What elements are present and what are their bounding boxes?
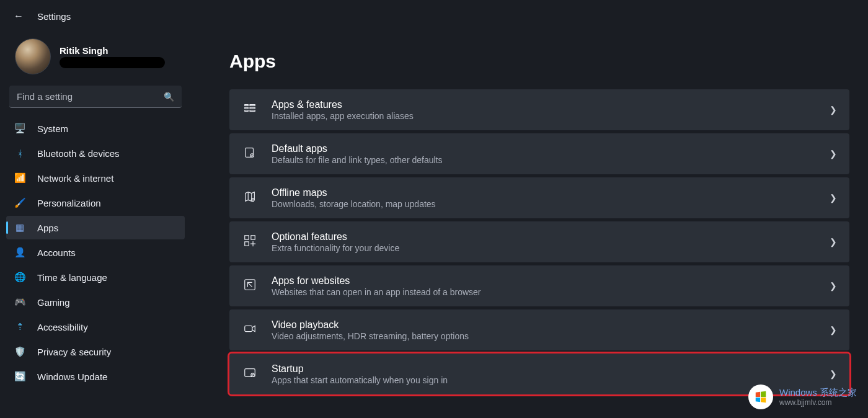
sidebar-item-label: Network & internet — [37, 173, 113, 184]
chevron-right-icon: ❯ — [830, 281, 837, 291]
card-text: Optional featuresExtra functionality for… — [272, 231, 816, 253]
svg-rect-5 — [250, 110, 255, 111]
card-text: Apps & featuresInstalled apps, app execu… — [272, 99, 816, 121]
sidebar-item-accessibility[interactable]: ⇡Accessibility — [6, 315, 185, 339]
watermark: Windows 系统之家 www.bjjmlv.com — [748, 385, 857, 409]
back-icon[interactable]: ← — [14, 11, 24, 22]
card-text: Default appsDefaults for file and link t… — [272, 143, 816, 165]
sidebar-nav: 🖥️SystemᚼBluetooth & devices📶Network & i… — [6, 117, 185, 388]
card-text: Video playbackVideo adjustments, HDR str… — [272, 319, 816, 341]
card-subtitle: Apps that start automatically when you s… — [272, 375, 816, 385]
user-text: Ritik Singh — [60, 45, 165, 68]
card-subtitle: Downloads, storage location, map updates — [272, 199, 816, 209]
card-title: Apps & features — [272, 99, 816, 110]
card-subtitle: Video adjustments, HDR streaming, batter… — [272, 331, 816, 341]
sidebar-item-label: Accessibility — [37, 322, 88, 332]
chevron-right-icon: ❯ — [830, 105, 837, 115]
sidebar-item-icon: 🎮 — [14, 296, 26, 308]
sidebar-item-apps[interactable]: ▦Apps — [6, 216, 185, 239]
offline-maps-icon — [242, 190, 258, 207]
apps-for-websites-icon — [242, 278, 258, 295]
settings-card-offline-maps[interactable]: Offline mapsDownloads, storage location,… — [229, 177, 849, 218]
sidebar-item-label: Windows Update — [37, 371, 107, 382]
svg-rect-13 — [245, 326, 252, 331]
card-title: Offline maps — [272, 187, 816, 198]
card-title: Optional features — [272, 231, 816, 242]
sidebar-item-label: Time & language — [37, 272, 107, 283]
search-input[interactable] — [9, 86, 182, 108]
sidebar-item-icon: 🖥️ — [14, 123, 26, 134]
sidebar-item-icon: 🔄 — [14, 371, 26, 382]
svg-rect-2 — [245, 110, 249, 111]
settings-card-apps-features[interactable]: Apps & featuresInstalled apps, app execu… — [229, 89, 849, 130]
settings-card-video-playback[interactable]: Video playbackVideo adjustments, HDR str… — [229, 309, 849, 350]
sidebar-item-label: System — [37, 123, 68, 134]
settings-card-list: Apps & featuresInstalled apps, app execu… — [229, 89, 849, 394]
card-subtitle: Installed apps, app execution aliases — [272, 111, 816, 121]
sidebar-item-time-language[interactable]: 🌐Time & language — [6, 265, 185, 289]
sidebar-item-icon: 🖌️ — [14, 197, 26, 208]
sidebar-item-icon: 👤 — [14, 247, 26, 258]
card-title: Video playback — [272, 319, 816, 331]
user-email-redacted — [60, 57, 165, 68]
sidebar-item-icon: 🛡️ — [14, 346, 26, 357]
sidebar-item-accounts[interactable]: 👤Accounts — [6, 241, 185, 264]
watermark-line1: Windows 系统之家 — [779, 387, 857, 398]
svg-rect-10 — [251, 235, 255, 239]
apps-features-icon — [242, 102, 258, 118]
sidebar-item-gaming[interactable]: 🎮Gaming — [6, 290, 185, 314]
chevron-right-icon: ❯ — [830, 237, 837, 247]
sidebar-item-label: Bluetooth & devices — [37, 148, 120, 159]
card-subtitle: Websites that can open in an app instead… — [272, 287, 816, 297]
card-subtitle: Defaults for file and link types, other … — [272, 155, 816, 165]
card-title: Default apps — [272, 143, 816, 154]
user-block[interactable]: Ritik Singh — [6, 38, 185, 74]
settings-card-optional-features[interactable]: Optional featuresExtra functionality for… — [229, 221, 849, 262]
settings-card-default-apps[interactable]: Default appsDefaults for file and link t… — [229, 133, 849, 174]
card-text: Offline mapsDownloads, storage location,… — [272, 187, 816, 209]
chevron-right-icon: ❯ — [830, 193, 837, 203]
settings-card-apps-for-websites[interactable]: Apps for websitesWebsites that can open … — [229, 265, 849, 306]
video-playback-icon — [242, 322, 258, 339]
sidebar-item-label: Gaming — [37, 297, 70, 308]
chevron-right-icon: ❯ — [830, 149, 837, 159]
sidebar-item-network-internet[interactable]: 📶Network & internet — [6, 166, 185, 190]
svg-rect-1 — [245, 107, 249, 109]
sidebar-item-icon: 📶 — [14, 172, 26, 184]
sidebar-item-bluetooth-devices[interactable]: ᚼBluetooth & devices — [6, 141, 185, 165]
chevron-right-icon: ❯ — [830, 369, 837, 379]
sidebar-item-personalization[interactable]: 🖌️Personalization — [6, 191, 185, 215]
window-title: Settings — [37, 11, 71, 22]
main-content: Apps Apps & featuresInstalled apps, app … — [192, 32, 868, 418]
card-title: Apps for websites — [272, 275, 816, 287]
sidebar-item-label: Personalization — [37, 198, 101, 208]
card-subtitle: Extra functionality for your device — [272, 243, 816, 253]
default-apps-icon — [242, 146, 258, 162]
optional-features-icon — [242, 234, 258, 251]
svg-rect-4 — [250, 107, 255, 109]
sidebar-item-windows-update[interactable]: 🔄Windows Update — [6, 365, 185, 388]
sidebar: Ritik Singh 🔍 🖥️SystemᚼBluetooth & devic… — [0, 32, 192, 418]
sidebar-item-label: Apps — [37, 223, 58, 233]
svg-rect-3 — [250, 104, 255, 105]
sidebar-item-system[interactable]: 🖥️System — [6, 117, 185, 140]
window-header: ← Settings — [0, 0, 868, 32]
sidebar-item-label: Privacy & security — [37, 347, 111, 357]
card-text: Apps for websitesWebsites that can open … — [272, 275, 816, 297]
windows-logo-icon — [748, 385, 773, 409]
card-title: Startup — [272, 363, 816, 375]
watermark-line2: www.bjjmlv.com — [779, 398, 857, 407]
sidebar-item-icon: ᚼ — [14, 148, 26, 159]
search-row: 🔍 — [9, 86, 182, 108]
sidebar-item-privacy-security[interactable]: 🛡️Privacy & security — [6, 340, 185, 363]
avatar — [15, 38, 51, 74]
sidebar-item-icon: ⇡ — [14, 321, 26, 332]
sidebar-item-icon: 🌐 — [14, 272, 26, 283]
svg-rect-0 — [245, 104, 249, 105]
svg-rect-11 — [245, 241, 249, 245]
svg-rect-9 — [245, 235, 249, 239]
chevron-right-icon: ❯ — [830, 325, 837, 335]
sidebar-item-icon: ▦ — [14, 222, 26, 233]
page-title: Apps — [229, 51, 849, 72]
startup-icon — [242, 366, 258, 383]
